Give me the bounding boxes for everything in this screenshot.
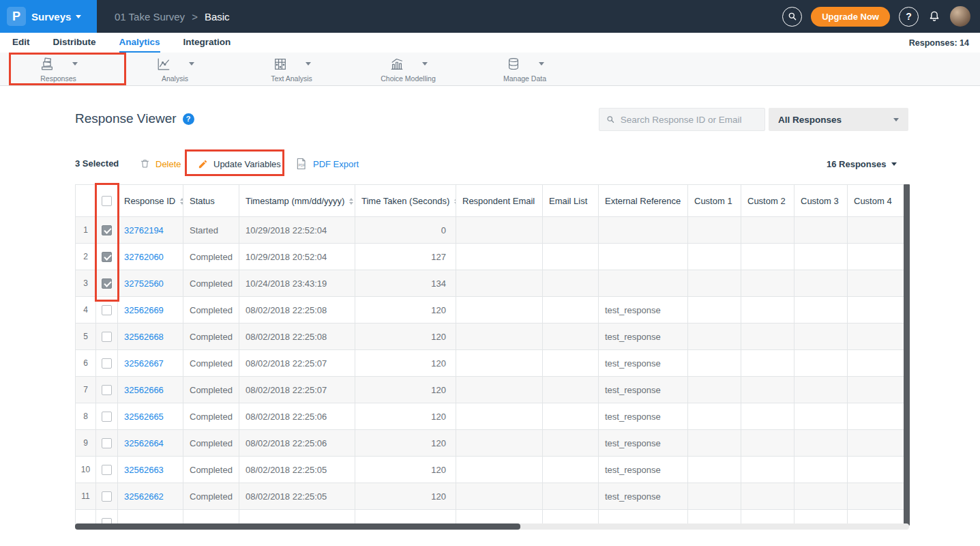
cell-timestamp: 08/02/2018 22:25:05 [239,483,355,510]
toolbar-item-analysis[interactable]: Analysis [117,53,233,85]
column-header-time_taken[interactable]: Time Taken (Seconds) [355,185,456,217]
response-id-link[interactable]: 32762194 [118,217,183,244]
cell-custom1 [688,270,741,297]
responses-count: Responses: 14 [909,33,969,53]
cell-status: Completed [183,244,239,270]
column-header-id[interactable]: Response ID [118,185,183,217]
table-row: 232762060Completed10/29/2018 20:52:04127 [76,244,904,270]
cell-external_reference [599,217,688,244]
cell-external_reference: test_response [599,430,688,457]
chevron-down-icon [306,62,311,66]
row-checkbox[interactable] [96,430,118,457]
sort-icon[interactable] [349,198,353,205]
column-header-respondent_email: Respondent Email [456,185,543,217]
cell-respondent_email [456,324,543,350]
response-id-link[interactable]: 32562668 [118,324,183,350]
app-logo-letter: P [12,10,20,24]
response-filter-dropdown[interactable]: All Responses [769,108,908,131]
row-checkbox[interactable] [96,377,118,403]
cell-time_taken: 120 [355,297,456,324]
cell-custom3 [795,483,848,510]
column-header-email_list: Email List [543,185,599,217]
cell-custom2 [741,350,795,377]
response-id-link[interactable]: 32562666 [118,377,183,403]
search-button[interactable] [782,7,802,27]
breadcrumb-separator: > [192,11,198,23]
cell-respondent_email [456,270,543,297]
tab-integration[interactable]: Integration [183,33,231,53]
tab-analytics[interactable]: Analytics [119,33,160,53]
cell-custom3 [795,217,848,244]
update-variables-button[interactable]: Update Variables [198,154,281,173]
row-checkbox[interactable] [96,244,118,270]
filter-selected-value: All Responses [778,115,842,125]
row-checkbox[interactable] [96,217,118,244]
vertical-scrollbar[interactable] [904,184,910,526]
user-avatar[interactable] [950,6,970,27]
row-number: 8 [76,403,96,430]
cell-email_list [543,350,599,377]
table-row: 932562664Completed08/02/2018 22:25:06120… [76,430,904,457]
row-checkbox[interactable] [96,297,118,324]
row-number: 6 [76,350,96,377]
toolbar-item-manage-data[interactable]: Manage Data [466,53,583,85]
row-checkbox[interactable] [96,350,118,377]
response-id-link[interactable]: 32562669 [118,297,183,324]
row-checkbox[interactable] [96,324,118,350]
toolbar-label: Choice Modelling [381,74,436,83]
toolbar-item-text-analysis[interactable]: Text Analysis [233,53,350,85]
row-checkbox[interactable] [96,457,118,483]
toolbar-item-choice-modelling[interactable]: Choice Modelling [350,53,466,85]
responses-count-dropdown[interactable]: 16 Responses [827,154,897,173]
cell-timestamp: 08/02/2018 22:25:05 [239,457,355,483]
cell-custom4 [848,483,904,510]
delete-button[interactable]: Delete [140,154,181,173]
select-all-checkbox[interactable] [96,185,118,217]
cell-timestamp: 10/29/2018 22:52:04 [239,217,355,244]
cell-status: Completed [183,324,239,350]
chevron-down-icon [422,62,428,66]
cell-custom4 [848,244,904,270]
cell-custom4 [848,270,904,297]
chevron-down-icon [539,62,544,66]
notifications-button[interactable] [927,10,941,23]
breadcrumb-survey-name[interactable]: 01 Take Survey [115,11,185,23]
help-button[interactable]: ? [899,7,919,27]
tab-edit[interactable]: Edit [12,33,30,53]
cell-custom3 [795,457,848,483]
responses-icon [40,57,55,72]
search-input[interactable] [621,115,758,125]
cell-timestamp: 08/02/2018 22:25:06 [239,430,355,457]
horizontal-scrollbar-thumb[interactable] [75,523,520,530]
tab-distribute[interactable]: Distribute [53,33,96,53]
pdf-export-button[interactable]: PDF PDF Export [295,154,359,173]
question-mark-icon: ? [906,11,912,22]
response-id-link[interactable]: 32762060 [118,244,183,270]
help-badge-icon[interactable]: ? [183,113,194,125]
row-checkbox[interactable] [96,483,118,510]
surveys-menu[interactable]: P Surveys [0,0,97,33]
svg-text:PDF: PDF [298,164,305,167]
cell-custom4 [848,297,904,324]
response-id-link[interactable]: 32752560 [118,270,183,297]
cell-custom3 [795,430,848,457]
response-id-link[interactable]: 32562662 [118,483,183,510]
cell-custom2 [741,457,795,483]
cell-custom2 [741,483,795,510]
sort-icon[interactable] [180,198,183,205]
page-title-text: Response Viewer [75,111,177,126]
cell-custom1 [688,430,741,457]
toolbar-label: Manage Data [503,74,546,83]
toolbar-item-responses[interactable]: Responses [0,53,117,85]
column-header-timestamp[interactable]: Timestamp (mm/dd/yyyy) [239,185,355,217]
response-id-link[interactable]: 32562664 [118,430,183,457]
row-checkbox[interactable] [96,270,118,297]
cell-custom1 [688,244,741,270]
table-row: 332752560Completed10/24/2018 23:43:19134 [76,270,904,297]
response-id-link[interactable]: 32562665 [118,403,183,430]
response-id-link[interactable]: 32562663 [118,457,183,483]
upgrade-now-button[interactable]: Upgrade Now [811,7,890,27]
row-checkbox[interactable] [96,403,118,430]
cell-external_reference: test_response [599,457,688,483]
response-id-link[interactable]: 32562667 [118,350,183,377]
